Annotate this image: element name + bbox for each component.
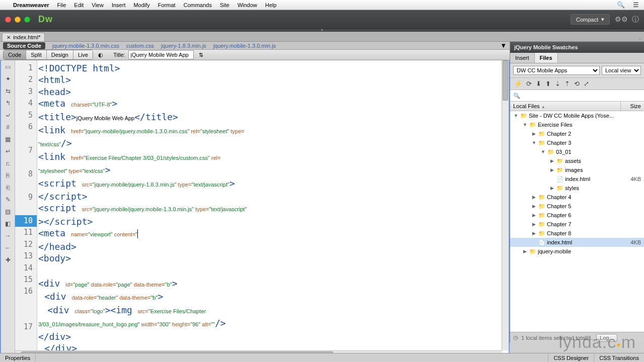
checkin-icon[interactable]: ⇡ <box>565 80 570 87</box>
help-icon[interactable]: ⓘ <box>632 15 639 24</box>
menu-commands[interactable]: Commands <box>184 2 212 8</box>
tree-row[interactable]: ▼📁03_01 <box>510 147 644 156</box>
code-text-area[interactable]: <!DOCTYPE html> <html> <head> <meta char… <box>37 60 509 357</box>
wrap-tag-icon[interactable]: ✎ <box>4 195 13 204</box>
swatches-panel-header[interactable]: jQuery Mobile Swatches <box>510 42 644 53</box>
code-view-button[interactable]: Code <box>4 50 26 59</box>
syntax-error-icon[interactable]: ⎌ <box>4 159 13 168</box>
spotlight-icon[interactable]: 🔍 <box>617 1 625 9</box>
menu-file[interactable]: File <box>57 2 66 8</box>
minimize-window-button[interactable] <box>15 17 21 23</box>
menu-edit[interactable]: Edit <box>74 2 84 8</box>
related-file[interactable]: jquery-1.8.3.min.js <box>161 43 206 49</box>
properties-panel-tab[interactable]: Properties <box>0 354 36 362</box>
css-transitions-tab[interactable]: CSS Transitions <box>594 354 644 362</box>
folder-icon: 📁 <box>538 194 546 201</box>
filter-related-icon[interactable]: ▼ <box>500 42 507 49</box>
tab-overflow-icon[interactable]: » <box>639 37 641 41</box>
files-tab[interactable]: Files <box>535 53 558 63</box>
expand-panel-icon[interactable]: ⤢ <box>584 80 589 87</box>
split-view-button[interactable]: Split <box>26 50 46 59</box>
log-button[interactable]: Log... <box>596 334 617 342</box>
file-management-icon[interactable]: ⇅ <box>197 50 206 59</box>
menu-site[interactable]: Site <box>220 2 229 8</box>
menu-window[interactable]: Window <box>237 2 257 8</box>
select-parent-icon[interactable]: ↰ <box>4 99 13 108</box>
tree-row[interactable]: 📄index.html4KB <box>510 174 644 184</box>
tree-row[interactable]: ▶📁Chapter 5 <box>510 202 644 211</box>
zoom-window-button[interactable] <box>24 17 30 23</box>
connect-remote-icon[interactable]: ⚡ <box>514 80 522 87</box>
remove-comment-icon[interactable]: ⎗ <box>4 183 13 192</box>
app-titlebar: Dw Compact▾ ⚙⚙ ⓘ <box>0 10 644 29</box>
page-title-input[interactable] <box>128 50 194 59</box>
close-tab-icon[interactable]: ✕ <box>7 35 11 40</box>
files-column-header: Local Files ▲ Size <box>510 102 644 111</box>
files-search-input[interactable] <box>520 92 641 100</box>
balance-braces-icon[interactable]: ⤾ <box>4 111 13 120</box>
format-source-icon[interactable]: ✚ <box>4 255 13 264</box>
site-dropdown[interactable]: DW CC Mobile Apps <box>513 66 600 75</box>
put-files-icon[interactable]: ⬆ <box>545 80 551 87</box>
tree-row[interactable]: ▼📁Exercise Files <box>510 120 644 129</box>
workspace-switcher[interactable]: Compact▾ <box>571 14 610 25</box>
insert-tab[interactable]: Insert <box>510 53 535 63</box>
refresh-icon[interactable]: ⟳ <box>526 80 532 87</box>
sync-icon[interactable]: ⟲ <box>574 80 580 87</box>
recent-snippets-icon[interactable]: ▤ <box>4 207 13 216</box>
bottom-panel-bar: Properties CSS Designer CSS Transitions <box>0 353 644 362</box>
source-code-button[interactable]: Source Code <box>3 42 45 49</box>
related-file[interactable]: jquery.mobile-1.3.0.min.css <box>52 43 119 49</box>
tree-row[interactable]: ▼📁Chapter 3 <box>510 138 644 147</box>
tree-row[interactable]: ▶📁jquery-mobile <box>510 247 644 256</box>
menu-format[interactable]: Format <box>158 2 176 8</box>
scrollbar-thumb[interactable] <box>503 60 508 101</box>
vertical-scrollbar[interactable] <box>502 60 509 350</box>
menu-insert[interactable]: Insert <box>112 2 126 8</box>
apply-comment-icon[interactable]: ⎘ <box>4 171 13 180</box>
menu-help[interactable]: Help <box>265 2 277 8</box>
live-view-button[interactable]: Live <box>73 50 93 59</box>
tree-row[interactable]: ▶📁Chapter 6 <box>510 211 644 220</box>
css-designer-tab[interactable]: CSS Designer <box>548 354 594 362</box>
checkout-icon[interactable]: ⇣ <box>555 80 560 87</box>
view-dropdown[interactable]: Local view <box>602 66 641 75</box>
design-view-button[interactable]: Design <box>47 50 73 59</box>
files-tree[interactable]: ▼📁Site - DW CC Mobile Apps (Yose...▼📁Exe… <box>510 111 644 332</box>
code-editor[interactable]: ▭ ✦ ⇆ ↰ ⤾ # ▦ ↵ ⎌ ⎘ ⎗ ✎ ▤ ◧ → ← ✚ 123456… <box>0 60 510 358</box>
open-documents-icon[interactable]: ▭ <box>4 62 13 71</box>
tree-row[interactable]: ▶📁images <box>510 165 644 174</box>
tree-row[interactable]: ▶📁Chapter 2 <box>510 129 644 138</box>
expand-all-icon[interactable]: ⇆ <box>4 86 13 96</box>
files-toolbar: ⚡ ⟳ ⬇ ⬆ ⇣ ⇡ ⟲ ⤢ <box>510 78 644 90</box>
size-column[interactable]: Size <box>621 102 644 111</box>
line-number-gutter[interactable]: 1234567891011121314151617 <box>15 60 37 357</box>
app-name[interactable]: Dreamweaver <box>13 2 49 8</box>
indent-icon[interactable]: → <box>4 231 13 240</box>
move-css-icon[interactable]: ◧ <box>4 219 13 228</box>
menu-view[interactable]: View <box>92 2 104 8</box>
close-window-button[interactable] <box>5 17 11 23</box>
collapse-icon[interactable]: ✦ <box>4 74 13 83</box>
word-wrap-icon[interactable]: ↵ <box>4 147 13 156</box>
related-file[interactable]: jquery.mobile-1.3.0.min.js <box>213 43 276 49</box>
line-numbers-icon[interactable]: # <box>4 123 13 132</box>
related-file[interactable]: custom.css <box>126 43 154 49</box>
local-files-column[interactable]: Local Files ▲ <box>510 102 621 111</box>
menu-extras-icon[interactable]: ☰ <box>633 1 639 9</box>
tree-row[interactable]: 📄index.html4KB <box>510 238 644 247</box>
outdent-icon[interactable]: ← <box>4 243 13 252</box>
live-code-icon[interactable]: ◐ <box>96 50 105 59</box>
sync-settings-icon[interactable]: ⚙⚙ <box>615 15 628 24</box>
tree-row[interactable]: ▼📁Site - DW CC Mobile Apps (Yose... <box>510 111 644 120</box>
tree-row[interactable]: ▶📁Chapter 4 <box>510 193 644 202</box>
document-tab[interactable]: ✕ index.html* <box>2 33 45 41</box>
highlight-invalid-icon[interactable]: ▦ <box>4 135 13 144</box>
tree-row[interactable]: ▶📁styles <box>510 184 644 193</box>
tree-row[interactable]: ▶📁Chapter 7 <box>510 220 644 229</box>
tree-row[interactable]: ▶📁assets <box>510 156 644 165</box>
folder-icon: 📁 <box>538 140 546 146</box>
get-files-icon[interactable]: ⬇ <box>536 80 541 87</box>
menu-modify[interactable]: Modify <box>133 2 149 8</box>
tree-row[interactable]: ▶📁Chapter 8 <box>510 229 644 238</box>
